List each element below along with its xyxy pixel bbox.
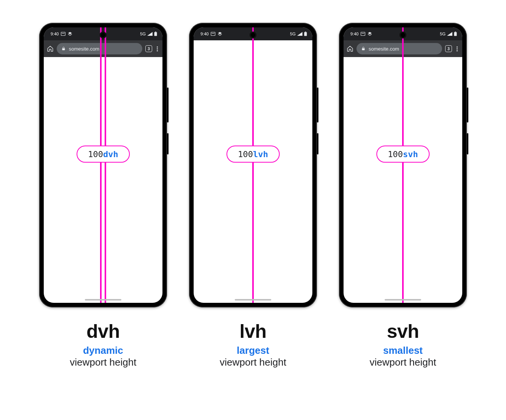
caption-em: smallest — [383, 345, 423, 356]
phone-frame: 9:40 5G somesite.com — [339, 23, 467, 307]
status-time: 9:40 — [51, 32, 59, 36]
status-network-label: 5G — [290, 32, 296, 36]
svg-rect-6 — [212, 33, 215, 33]
pill-unit: svh — [403, 150, 418, 159]
phone-frame: 9:40 5G somesite.com — [39, 23, 167, 307]
overflow-menu-icon[interactable] — [155, 46, 159, 51]
measurement-pill: 100svh — [376, 146, 430, 163]
caption-em: largest — [237, 345, 269, 356]
caption: dvh dynamic viewport height — [70, 320, 137, 368]
status-time: 9:40 — [350, 32, 358, 36]
battery-icon — [154, 32, 157, 36]
status-network-label: 5G — [440, 32, 446, 36]
phone-frame: 9:40 5G 100lvh — [189, 23, 317, 307]
pill-unit: dvh — [103, 150, 118, 159]
power-button — [317, 88, 318, 123]
home-indicator — [385, 299, 421, 301]
url-text: somesite.com — [69, 46, 99, 52]
svg-rect-11 — [454, 32, 457, 36]
power-button — [467, 88, 468, 123]
status-card-icon — [361, 32, 365, 36]
caption-title: lvh — [220, 320, 286, 342]
signal-icon — [447, 32, 452, 36]
status-card-icon — [211, 32, 215, 36]
phone-col-lvh: 9:40 5G 100lvh lvh — [189, 23, 317, 368]
url-text: somesite.com — [369, 46, 399, 52]
overflow-menu-icon[interactable] — [455, 46, 459, 51]
tab-switcher[interactable]: 3 — [445, 45, 452, 52]
svg-rect-8 — [305, 32, 306, 32]
status-card-icon — [61, 32, 65, 36]
caption-rest: viewport height — [370, 356, 436, 368]
caption-rest: viewport height — [220, 356, 286, 368]
browser-address-bar: somesite.com 3 — [44, 40, 162, 57]
lock-icon — [361, 46, 366, 51]
viewport-height-line — [252, 27, 254, 303]
measurement-pill: 100dvh — [76, 146, 130, 163]
omnibox[interactable]: somesite.com — [356, 43, 442, 54]
phone-screen: 9:40 5G somesite.com — [344, 27, 462, 303]
home-indicator — [85, 299, 121, 301]
home-indicator — [235, 299, 271, 301]
phone-col-svh: 9:40 5G somesite.com — [339, 23, 467, 368]
svg-rect-5 — [211, 32, 215, 36]
lock-icon — [61, 46, 66, 51]
signal-icon — [147, 32, 153, 36]
caption: lvh largest viewport height — [220, 320, 286, 368]
svg-rect-3 — [155, 32, 156, 32]
status-network-label: 5G — [140, 32, 146, 36]
tab-switcher[interactable]: 3 — [145, 45, 152, 52]
status-stack-icon — [68, 32, 72, 36]
status-stack-icon — [218, 32, 222, 36]
signal-icon — [297, 32, 302, 36]
measurement-pill: 100lvh — [226, 146, 280, 163]
svg-rect-2 — [154, 32, 157, 36]
svg-rect-4 — [62, 48, 65, 50]
omnibox[interactable]: somesite.com — [57, 43, 142, 54]
status-stack-icon — [368, 32, 372, 36]
svg-rect-0 — [61, 32, 65, 36]
svg-rect-13 — [362, 48, 365, 50]
viewport-height-line-a — [100, 27, 102, 303]
viewport-height-line — [402, 27, 404, 303]
pill-value: 100 — [238, 150, 253, 159]
phone-screen: 9:40 5G somesite.com — [44, 27, 162, 303]
home-icon[interactable] — [347, 45, 353, 52]
svg-rect-12 — [455, 32, 456, 32]
caption-em: dynamic — [83, 345, 123, 356]
battery-icon — [454, 32, 457, 36]
svg-rect-9 — [361, 32, 365, 36]
volume-button — [467, 133, 468, 154]
camera-punch-hole — [100, 32, 107, 38]
camera-punch-hole — [399, 32, 406, 38]
pill-value: 100 — [388, 150, 403, 159]
status-time: 9:40 — [200, 32, 208, 36]
pill-value: 100 — [88, 150, 103, 159]
caption-rest: viewport height — [70, 356, 137, 368]
phone-screen: 9:40 5G 100lvh — [194, 27, 312, 303]
battery-icon — [304, 32, 307, 36]
svg-rect-10 — [362, 33, 364, 33]
caption: svh smallest viewport height — [370, 320, 436, 368]
volume-button — [317, 133, 318, 154]
power-button — [167, 88, 169, 123]
viewport-height-line-b — [105, 27, 106, 303]
phone-col-dvh: 9:40 5G somesite.com — [39, 23, 167, 368]
svg-rect-1 — [62, 33, 65, 33]
camera-punch-hole — [250, 32, 256, 38]
home-icon[interactable] — [47, 45, 54, 52]
volume-button — [167, 133, 169, 154]
svg-rect-7 — [304, 32, 307, 36]
caption-title: svh — [370, 320, 436, 342]
caption-title: dvh — [70, 320, 137, 342]
pill-unit: lvh — [253, 150, 268, 159]
